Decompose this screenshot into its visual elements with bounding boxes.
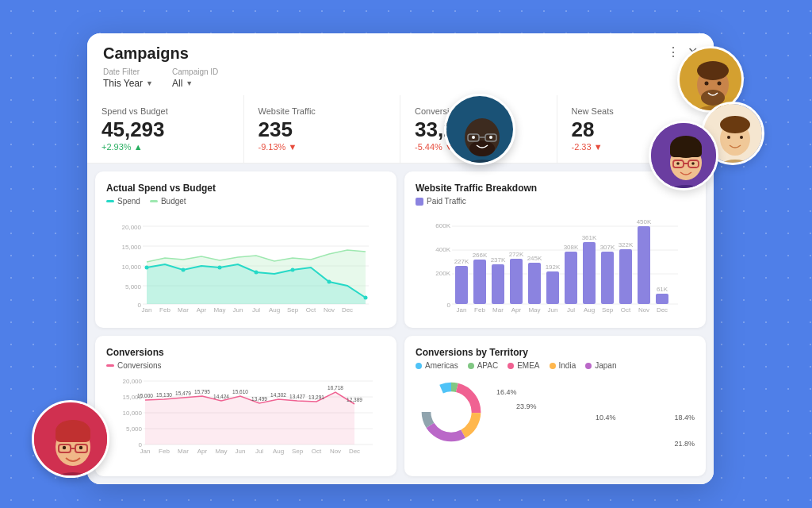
campaign-id-filter-group: Campaign ID All ▼ [172,67,218,89]
svg-text:20,000: 20,000 [122,224,142,231]
svg-text:361K: 361K [582,234,597,241]
legend-apac: APAC [468,361,499,370]
svg-text:Dec: Dec [349,448,360,455]
svg-text:Aug: Aug [273,448,284,455]
svg-rect-57 [638,226,650,304]
spend-legend-color [106,200,114,202]
kpi-label-3: New Seats [572,106,700,116]
svg-text:14,302: 14,302 [270,392,286,398]
svg-point-122 [489,136,492,139]
svg-text:245K: 245K [527,255,542,262]
svg-point-154 [63,446,66,449]
spend-chart-title: Actual Spend vs Budget [106,183,385,194]
kpi-website-traffic: Website Traffic 235 -9.13% ▼ [244,95,401,163]
svg-point-13 [255,271,259,275]
svg-rect-51 [583,242,596,304]
svg-point-144 [676,162,680,165]
label-japan-pct: 23.9% [516,402,537,410]
svg-text:Jan: Jan [457,306,467,314]
paid-traffic-legend-color [416,198,423,206]
svg-text:Sep: Sep [292,448,304,455]
svg-text:Apr: Apr [197,448,208,455]
svg-rect-37 [455,266,468,304]
budget-legend-label: Budget [161,197,186,206]
svg-point-128 [705,82,709,86]
svg-text:13,427: 13,427 [289,394,305,399]
legend-emea: EMEA [508,361,539,370]
svg-text:May: May [528,306,540,314]
svg-point-129 [718,82,722,86]
svg-text:13,291: 13,291 [308,394,324,400]
avatar-black-man [444,94,515,165]
date-filter-label: Date Filter [103,67,153,76]
svg-text:Jul: Jul [255,448,263,455]
territory-chart-title: Conversions by Territory [416,347,695,358]
svg-text:Feb: Feb [159,306,170,314]
territory-legend: Americas APAC EMEA India Japan [416,361,695,370]
svg-text:450K: 450K [637,218,652,225]
page-title: Campaigns [103,44,189,63]
svg-rect-39 [473,260,486,304]
legend-conversions: Conversions [106,361,162,370]
svg-text:15,000: 15,000 [137,393,153,398]
kpi-change-0: +2.93% ▲ [102,142,229,152]
svg-text:Aug: Aug [269,306,280,314]
svg-text:Jan: Jan [142,306,152,314]
svg-rect-150 [56,429,90,442]
svg-point-155 [79,446,82,449]
kpi-row: Spend vs Budget 45,293 +2.93% ▲ Website … [87,95,714,164]
more-options-button[interactable]: ⋮ [667,44,680,60]
paid-traffic-legend-label: Paid Traffic [427,197,466,206]
svg-text:Apr: Apr [511,306,522,314]
svg-text:Mar: Mar [178,448,189,455]
svg-point-113 [435,396,467,428]
americas-legend-color [416,363,422,369]
label-emea-pct: 21.8% [674,440,695,448]
svg-text:15,795: 15,795 [194,389,210,394]
svg-rect-140 [670,145,702,157]
svg-text:Dec: Dec [657,306,668,314]
svg-rect-43 [510,259,523,304]
emea-legend-label: EMEA [517,361,539,370]
donut-container: 18.4% 10.4% 21.8% 16.4% 23.9% [416,376,695,448]
svg-text:Apr: Apr [197,306,207,314]
svg-text:227K: 227K [454,258,469,265]
svg-text:322K: 322K [619,241,634,248]
svg-point-133 [720,116,750,133]
dashboard-panel: Campaigns ⋮ ✕ Date Filter This Year ▼ Ca… [87,33,714,484]
legend-americas: Americas [416,361,458,370]
svg-text:200K: 200K [435,270,450,277]
svg-text:20,000: 20,000 [123,378,143,385]
svg-text:266K: 266K [473,252,488,259]
campaign-id-value: All [172,78,182,89]
svg-text:May: May [215,448,227,455]
legend-india: India [550,361,576,370]
traffic-chart-svg: 0 200K 400K 600K 227K 266K 237K [416,210,695,314]
svg-text:272K: 272K [509,251,524,258]
svg-text:Mar: Mar [178,306,189,314]
svg-text:61K: 61K [657,286,668,293]
svg-text:15,000: 15,000 [122,244,142,251]
svg-text:Jun: Jun [236,448,246,455]
spend-chart-legend: Spend Budget [106,197,385,206]
svg-point-127 [697,61,729,80]
territory-chart-card: Conversions by Territory Americas APAC E… [404,336,706,476]
svg-text:307K: 307K [600,244,615,251]
avatar-woman-bottom [32,400,109,478]
svg-text:Mar: Mar [492,306,504,314]
emea-legend-color [508,363,514,369]
svg-text:14,424: 14,424 [213,394,229,399]
india-legend-color [550,363,556,369]
svg-text:Jun: Jun [548,306,558,314]
svg-text:Jul: Jul [252,306,260,314]
svg-point-14 [291,268,295,272]
svg-text:600K: 600K [435,222,450,229]
svg-text:Sep: Sep [602,306,614,314]
svg-rect-45 [528,263,541,304]
svg-text:308K: 308K [564,244,579,251]
campaign-id-select[interactable]: All ▼ [172,78,218,89]
svg-text:Sep: Sep [287,306,299,314]
charts-top-row: Actual Spend vs Budget Spend Budget [87,164,714,336]
svg-text:Oct: Oct [312,448,322,455]
date-filter-select[interactable]: This Year ▼ [103,78,153,89]
